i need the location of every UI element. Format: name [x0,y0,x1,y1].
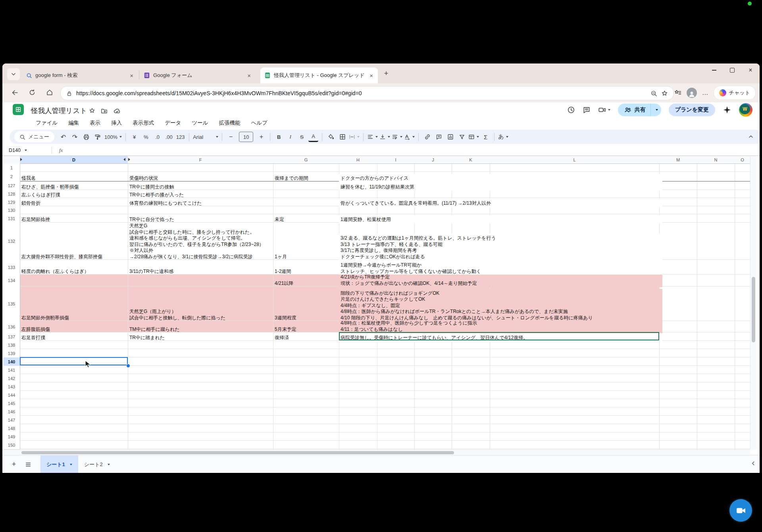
video-call-button[interactable] [598,106,610,114]
menu-item-1[interactable]: 編集 [68,119,79,127]
cell-G135[interactable]: 3週間程度 [273,286,342,322]
cell-H132[interactable]: 3/2 走る、蹴るなどの運動は1ヶ月間控える。筋トレ、ストレッチを行う 3/13… [339,234,662,261]
borders-button[interactable] [337,131,347,142]
close-tab-icon[interactable]: × [246,72,252,79]
cell-D137[interactable]: 右足首打撲 [20,332,131,342]
cell-G136[interactable]: 5月末予定 [273,321,342,333]
sheets-logo[interactable] [13,104,24,115]
column-header-F[interactable]: F [128,156,273,164]
column-header-H[interactable]: H [339,156,377,164]
italic-button[interactable]: I [285,131,295,142]
close-tab-icon[interactable]: × [369,72,374,79]
new-tab-button[interactable]: + [381,68,391,79]
horizontal-align-button[interactable] [367,131,378,142]
cell-H134[interactable]: 4/21頃からTR復帰予定 現状：ジョグで痛みが出ないかの確認OK、4/14～走… [339,275,662,287]
menu-item-3[interactable]: 挿入 [111,119,122,127]
cell-H131[interactable]: 1週間安静、松葉杖使用 [339,215,662,224]
share-button[interactable]: 共有 [618,104,650,116]
row-header-134[interactable]: 134 [3,275,20,287]
share-options-button[interactable] [650,104,661,116]
move-folder-icon[interactable] [101,108,108,114]
column-header-D[interactable]: D [20,156,128,164]
column-header-J[interactable]: J [414,156,452,164]
cell-D136[interactable]: 左腓腹筋損傷 [20,321,131,333]
close-tab-icon[interactable]: × [129,72,134,79]
cell-G133[interactable]: 1-2週間 [273,260,342,275]
collapse-toolbar-icon[interactable] [748,133,754,140]
name-box[interactable]: D140 [2,148,47,153]
cell-D2[interactable]: 怪我名 [20,172,131,182]
add-sheet-button[interactable]: + [7,458,21,471]
row-header-150[interactable]: 150 [3,441,20,449]
row-header-148[interactable]: 148 [3,424,20,433]
row-header-129[interactable]: 129 [3,198,20,207]
menu-item-2[interactable]: 表示 [90,119,100,127]
back-button[interactable] [9,86,21,98]
zoom-select[interactable]: 100% [104,131,122,142]
format-percent-button[interactable]: % [141,131,151,142]
grid-corner[interactable] [3,156,20,164]
row-header-132[interactable]: 132 [3,223,20,260]
create-filter-button[interactable] [457,131,467,142]
row-header-133[interactable]: 133 [3,260,20,275]
horizontal-scrollbar-thumb[interactable] [21,451,454,454]
column-header-I[interactable]: I [377,156,415,164]
cell-D132[interactable]: 左大腿骨外顆不顕性骨折、膝窩部挫傷 [20,223,131,261]
column-header-G[interactable]: G [273,156,339,164]
gemini-sparkle-icon[interactable] [723,106,731,114]
more-formats-button[interactable]: 123 [175,131,185,142]
maximize-button[interactable] [723,63,741,77]
merge-cells-button[interactable] [349,131,360,142]
cell-G137[interactable]: 復帰済 [273,332,342,342]
change-plan-button[interactable]: プランを変更 [669,104,715,116]
font-select[interactable]: Arial [193,131,218,142]
format-currency-button[interactable]: ¥ [129,131,139,142]
row-header-127[interactable]: 127 [3,181,20,190]
cell-G132[interactable]: 1ヶ月 [273,223,342,261]
text-rotation-button[interactable] [404,131,415,142]
insert-comment-button[interactable] [434,131,444,142]
bold-button[interactable]: B [274,131,284,142]
column-header-O[interactable]: O [735,156,750,164]
row-header-146[interactable]: 146 [3,407,20,416]
sheet-tab-2[interactable]: シート2 [78,455,116,473]
cell-D129[interactable]: 鎖骨骨折 [20,198,131,207]
comment-icon[interactable] [583,106,591,114]
cell-D131[interactable]: 右足関節捻挫 [20,214,131,223]
zoom-out-icon[interactable] [650,90,657,97]
row-header-138[interactable]: 138 [3,341,20,350]
cell-H133[interactable]: 1週間安静→今週からボールTR可能か ストレッチ、ヒップカール等をして痛くないか… [339,261,662,275]
cell-F132[interactable]: 天然芝G 試合中に相手と交錯した時に、膝を少し持って行かれた。 違和感を感じなが… [128,223,276,261]
row-header-140[interactable]: 140 [3,357,20,366]
bookmark-star-icon[interactable] [661,90,668,97]
cell-H2[interactable]: ドクターの方からのアドバイス [339,174,662,182]
vertical-align-button[interactable] [379,131,390,142]
redo-button[interactable]: ↷ [70,131,80,142]
cell-G134[interactable]: 4/21以降 [273,275,342,287]
filter-views-button[interactable] [468,131,479,142]
reload-button[interactable] [26,86,38,98]
strikethrough-button[interactable]: S [297,131,307,142]
column-header-K[interactable]: K [452,156,490,164]
video-call-fab[interactable] [729,499,752,522]
menu-item-8[interactable]: ヘルプ [251,119,267,127]
cell-D127[interactable]: 右ひざ、筋挫傷・靭帯損傷 [20,181,131,191]
cell-F137[interactable]: TR中に踏まれた [128,332,276,342]
increase-font-size-button[interactable]: + [256,131,266,142]
row-header-149[interactable]: 149 [3,432,20,441]
cell-F135[interactable]: 天然芝G（雨上がり） 試合中に相手と接触し、転倒した際に捻った [128,286,276,322]
row-header-137[interactable]: 137 [3,332,20,341]
vertical-scrollbar-thumb[interactable] [752,277,755,342]
increase-decimals-button[interactable]: .00 [164,131,174,142]
browser-tab-forms[interactable]: Google フォーム × [140,67,256,83]
cell-F136[interactable]: TM中に相手に蹴られた [128,321,276,333]
cell-G131[interactable]: 未定 [273,214,342,223]
column-header-L[interactable]: L [490,156,660,164]
favorites-list-icon[interactable] [674,89,681,96]
cloud-saved-icon[interactable] [114,108,121,115]
fill-color-button[interactable] [326,131,336,142]
row-header-130[interactable]: 130 [3,206,20,215]
selected-cell-outline[interactable] [20,357,128,365]
hidden-column-marker[interactable] [123,158,125,161]
hidden-column-marker[interactable] [128,158,130,161]
